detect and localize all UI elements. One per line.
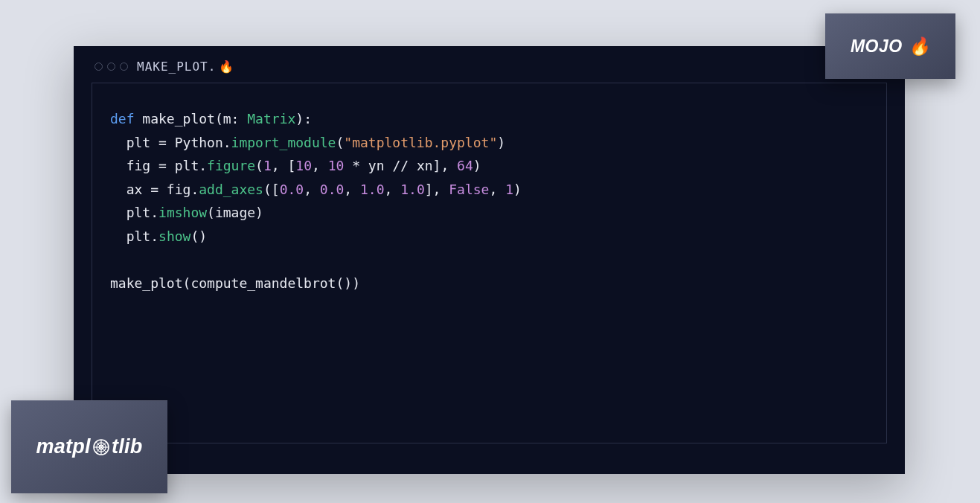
code-line: make_plot(compute_mandelbrot()) — [110, 272, 868, 295]
traffic-lights — [95, 63, 128, 71]
file-name-text: MAKE_PLOT. — [137, 60, 216, 74]
window-header: MAKE_PLOT.🔥 — [74, 46, 905, 83]
file-fire-icon: 🔥 — [219, 60, 234, 74]
code-line: fig = plt.figure(1, [10, 10 * yn // xn],… — [110, 154, 868, 178]
matplotlib-badge: matpl tlib — [11, 400, 167, 493]
file-name: MAKE_PLOT.🔥 — [137, 60, 234, 74]
fire-icon: 🔥 — [909, 36, 931, 57]
matplotlib-text-suffix: tlib — [112, 435, 143, 458]
traffic-light-close[interactable] — [95, 63, 103, 71]
code-line: plt.show() — [110, 225, 868, 249]
matplotlib-logo-icon — [92, 438, 110, 456]
mojo-badge: MOJO 🔥 — [825, 13, 955, 79]
code-panel[interactable]: def make_plot(m: Matrix): plt = Python.i… — [92, 83, 887, 443]
code-line: plt.imshow(image) — [110, 201, 868, 225]
code-line — [110, 248, 868, 272]
code-line: plt = Python.import_module("matplotlib.p… — [110, 131, 868, 155]
code-editor-window: MAKE_PLOT.🔥 def make_plot(m: Matrix): pl… — [74, 46, 905, 474]
traffic-light-maximize[interactable] — [120, 63, 128, 71]
code-line: ax = fig.add_axes([0.0, 0.0, 1.0, 1.0], … — [110, 178, 868, 202]
matplotlib-text-prefix: matpl — [36, 435, 91, 458]
mojo-badge-label: MOJO — [851, 36, 903, 57]
code-line: def make_plot(m: Matrix): — [110, 107, 868, 131]
traffic-light-minimize[interactable] — [107, 63, 115, 71]
